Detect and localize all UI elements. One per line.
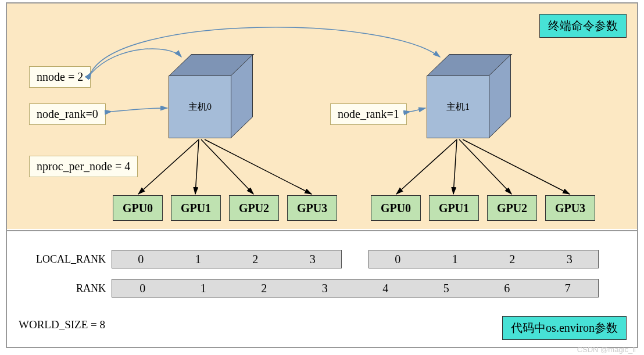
- local-rank-cell: 1: [427, 250, 484, 268]
- svg-line-4: [396, 139, 457, 194]
- host0-gpu1: GPU1: [171, 195, 221, 221]
- local-rank-bar-host0: 0 1 2 3: [112, 250, 342, 268]
- local-rank-cell: 3: [541, 250, 599, 268]
- host0-label: 主机0: [169, 76, 231, 138]
- diagram-frame: 终端命令参数 nnode = 2 node_rank=0 nproc_per_n…: [6, 2, 638, 348]
- local-rank-cell: 2: [484, 250, 541, 268]
- bottom-section: LOCAL_RANK RANK WORLD_SIZE = 8 0 1 2 3 0…: [7, 230, 637, 347]
- nproc-per-node-label: nproc_per_node = 4: [29, 156, 138, 177]
- rank-cell: 6: [477, 279, 538, 297]
- local-rank-label: LOCAL_RANK: [7, 253, 106, 266]
- local-rank-cell: 0: [112, 250, 170, 268]
- local-rank-cell: 3: [284, 250, 342, 268]
- rank-cell: 0: [112, 279, 173, 297]
- host1-label: 主机1: [427, 76, 489, 138]
- svg-line-3: [205, 139, 312, 194]
- host0-gpu3: GPU3: [287, 195, 337, 221]
- local-rank-cell: 0: [369, 250, 427, 268]
- rank-cell: 1: [173, 279, 234, 297]
- host0-gpu2: GPU2: [229, 195, 279, 221]
- watermark: CSDN @magic_ll: [577, 345, 636, 354]
- rank-bar: 0 1 2 3 4 5 6 7: [112, 279, 599, 297]
- local-rank-cell: 1: [170, 250, 227, 268]
- nnode-label: nnode = 2: [29, 66, 91, 88]
- local-rank-cell: 2: [227, 250, 284, 268]
- rank-cell: 5: [416, 279, 477, 297]
- top-section: 终端命令参数 nnode = 2 node_rank=0 nproc_per_n…: [7, 3, 637, 229]
- local-rank-bar-host1: 0 1 2 3: [368, 250, 599, 268]
- rank-label: RANK: [7, 282, 106, 295]
- rank-cell: 2: [234, 279, 295, 297]
- host0-gpu0: GPU0: [113, 195, 163, 221]
- svg-line-5: [453, 139, 457, 194]
- host1-gpu0: GPU0: [371, 195, 421, 221]
- svg-line-7: [463, 139, 570, 194]
- host1-gpu2: GPU2: [487, 195, 537, 221]
- svg-line-1: [195, 139, 199, 194]
- environ-params-badge: 代码中os.environ参数: [502, 316, 627, 340]
- svg-line-0: [138, 139, 199, 194]
- rank-cell: 3: [295, 279, 356, 297]
- host1-gpu3: GPU3: [545, 195, 595, 221]
- host1-gpu1: GPU1: [429, 195, 479, 221]
- world-size-label: WORLD_SIZE = 8: [19, 318, 105, 331]
- noderank1-label: node_rank=1: [330, 103, 407, 125]
- svg-line-6: [459, 139, 511, 194]
- svg-line-2: [201, 139, 253, 194]
- rank-cell: 4: [355, 279, 416, 297]
- noderank0-label: node_rank=0: [29, 103, 106, 125]
- terminal-params-badge: 终端命令参数: [539, 14, 627, 38]
- rank-cell: 7: [538, 279, 599, 297]
